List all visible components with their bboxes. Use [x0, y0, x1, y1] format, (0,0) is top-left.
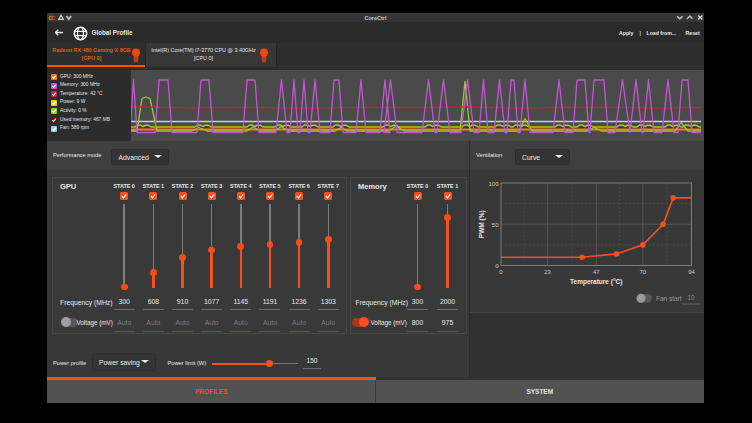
- svg-text:C: C: [51, 15, 55, 21]
- svg-text:47: 47: [593, 269, 600, 275]
- svg-text:10: 10: [687, 294, 695, 301]
- svg-text:PWM (%): PWM (%): [478, 210, 486, 238]
- svg-text:100: 100: [488, 181, 499, 187]
- svg-text:50: 50: [492, 222, 499, 228]
- svg-text:70: 70: [640, 269, 647, 275]
- svg-text:Fan start: Fan start: [656, 295, 682, 302]
- svg-text:Temperature (°C): Temperature (°C): [570, 278, 622, 286]
- svg-text:94: 94: [688, 269, 695, 275]
- svg-text:23: 23: [544, 269, 551, 275]
- svg-text:0: 0: [499, 269, 503, 275]
